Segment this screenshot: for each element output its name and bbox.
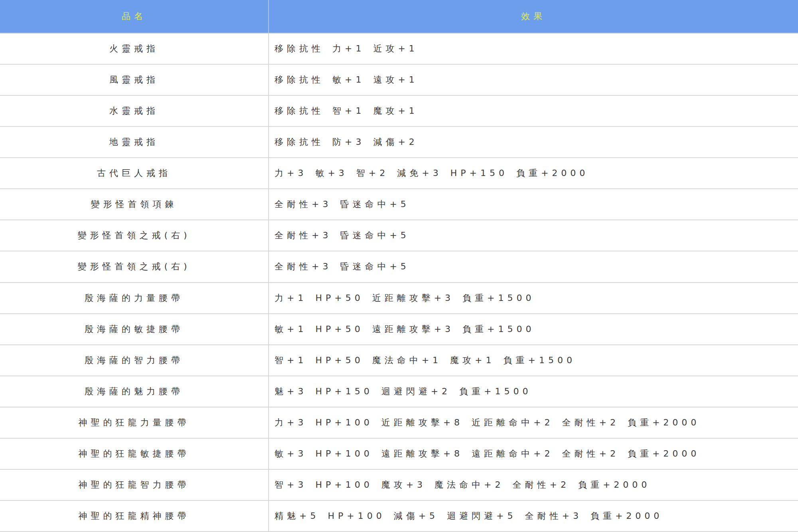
- item-name-cell: 殷海薩的敏捷腰帶: [0, 314, 269, 344]
- table-row: 風靈戒指移除抗性 敏+1 遠攻+1: [0, 64, 798, 95]
- table-row: 火靈戒指移除抗性 力+1 近攻+1: [0, 34, 798, 64]
- table-row: 古代巨人戒指力+3 敏+3 智+2 減免+3 HP+150 負重+2000: [0, 157, 798, 188]
- item-name-cell: 神聖的狂龍精神腰帶: [0, 501, 269, 531]
- table-row: 變形怪首領項鍊全耐性+3 昏迷命中+5: [0, 188, 798, 220]
- table-row: 水靈戒指移除抗性 智+1 魔攻+1: [0, 95, 798, 126]
- item-effect-cell: 敏+1 HP+50 遠距離攻擊+3 負重+1500: [269, 314, 798, 344]
- item-effect-cell: 智+1 HP+50 魔法命中+1 魔攻+1 負重+1500: [269, 345, 798, 376]
- item-name-cell: 殷海薩的魅力腰帶: [0, 376, 269, 407]
- item-name-cell: 殷海薩的智力腰帶: [0, 345, 269, 376]
- item-effect-cell: 移除抗性 敏+1 遠攻+1: [269, 65, 798, 95]
- table-row: 殷海薩的敏捷腰帶敏+1 HP+50 遠距離攻擊+3 負重+1500: [0, 313, 798, 344]
- table-row: 神聖的狂龍敏捷腰帶敏+3 HP+100 遠距離攻擊+8 遠距離命中+2 全耐性+…: [0, 438, 798, 469]
- item-name-cell: 殷海薩的力量腰帶: [0, 283, 269, 313]
- item-effect-cell: 全耐性+3 昏迷命中+5: [269, 189, 798, 220]
- table-row: 神聖的狂龍智力腰帶智+3 HP+100 魔攻+3 魔法命中+2 全耐性+2 負重…: [0, 469, 798, 500]
- item-name-cell: 變形怪首領項鍊: [0, 189, 269, 220]
- item-effect-cell: 力+1 HP+50 近距離攻擊+3 負重+1500: [269, 283, 798, 313]
- item-effect-cell: 力+3 HP+100 近距離攻擊+8 近距離命中+2 全耐性+2 負重+2000: [269, 407, 798, 438]
- table-row: 地靈戒指移除抗性 防+3 減傷+2: [0, 126, 798, 157]
- item-name-cell: 水靈戒指: [0, 96, 269, 126]
- item-name-cell: 神聖的狂龍敏捷腰帶: [0, 439, 269, 469]
- item-effect-cell: 全耐性+3 昏迷命中+5: [269, 251, 798, 282]
- item-name-cell: 變形怪首領之戒(右): [0, 251, 269, 282]
- table-row: 殷海薩的智力腰帶智+1 HP+50 魔法命中+1 魔攻+1 負重+1500: [0, 344, 798, 376]
- item-name-cell: 火靈戒指: [0, 34, 269, 64]
- item-name-cell: 神聖的狂龍力量腰帶: [0, 407, 269, 438]
- item-name-cell: 神聖的狂龍智力腰帶: [0, 470, 269, 500]
- item-effect-cell: 全耐性+3 昏迷命中+5: [269, 220, 798, 251]
- item-name-cell: 古代巨人戒指: [0, 158, 269, 188]
- item-effect-cell: 移除抗性 防+3 減傷+2: [269, 127, 798, 157]
- item-name-cell: 風靈戒指: [0, 65, 269, 95]
- item-effect-cell: 移除抗性 力+1 近攻+1: [269, 34, 798, 64]
- table-row: 殷海薩的力量腰帶力+1 HP+50 近距離攻擊+3 負重+1500: [0, 282, 798, 313]
- item-name-cell: 變形怪首領之戒(右): [0, 220, 269, 251]
- table-row: 殷海薩的魅力腰帶魅+3 HP+150 迴避閃避+2 負重+1500: [0, 376, 798, 407]
- item-effect-cell: 敏+3 HP+100 遠距離攻擊+8 遠距離命中+2 全耐性+2 負重+2000: [269, 439, 798, 469]
- table-row: 神聖的狂龍力量腰帶力+3 HP+100 近距離攻擊+8 近距離命中+2 全耐性+…: [0, 407, 798, 438]
- item-effect-cell: 魅+3 HP+150 迴避閃避+2 負重+1500: [269, 376, 798, 407]
- item-name-cell: 地靈戒指: [0, 127, 269, 157]
- item-effect-cell: 移除抗性 智+1 魔攻+1: [269, 96, 798, 126]
- column-header-item-name: 品名: [0, 0, 269, 33]
- item-effect-cell: 智+3 HP+100 魔攻+3 魔法命中+2 全耐性+2 負重+2000: [269, 470, 798, 500]
- table-row: 變形怪首領之戒(右)全耐性+3 昏迷命中+5: [0, 220, 798, 251]
- table-body: 火靈戒指移除抗性 力+1 近攻+1風靈戒指移除抗性 敏+1 遠攻+1水靈戒指移除…: [0, 34, 798, 531]
- item-effects-table: 品名 效果 火靈戒指移除抗性 力+1 近攻+1風靈戒指移除抗性 敏+1 遠攻+1…: [0, 0, 798, 532]
- table-row: 變形怪首領之戒(右)全耐性+3 昏迷命中+5: [0, 251, 798, 282]
- item-effect-cell: 力+3 敏+3 智+2 減免+3 HP+150 負重+2000: [269, 158, 798, 188]
- column-header-effect: 效果: [269, 0, 798, 33]
- table-header-row: 品名 效果: [0, 0, 798, 34]
- table-row: 神聖的狂龍精神腰帶精魅+5 HP+100 減傷+5 迴避閃避+5 全耐性+3 負…: [0, 500, 798, 531]
- item-effect-cell: 精魅+5 HP+100 減傷+5 迴避閃避+5 全耐性+3 負重+2000: [269, 501, 798, 531]
